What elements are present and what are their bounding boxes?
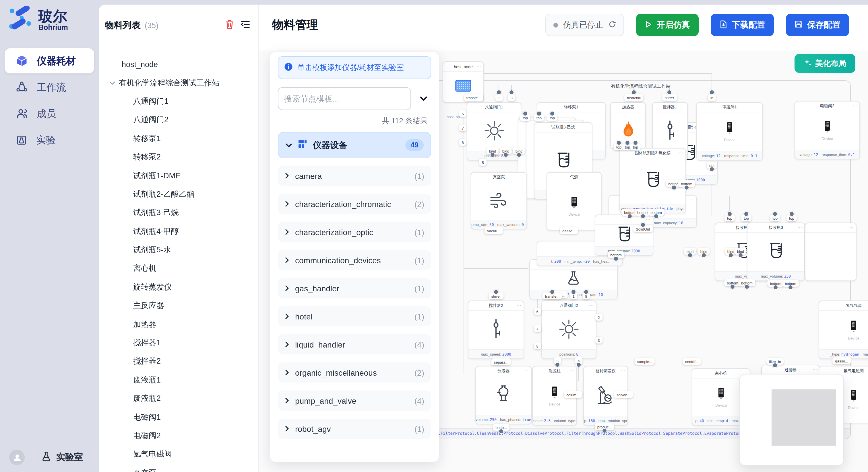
port-pill[interactable]: vacuu... — [485, 227, 503, 234]
tree-item[interactable]: 有机化学流程综合测试工作站 — [99, 74, 258, 92]
more-menu-icon[interactable]: ⋯ — [585, 123, 590, 132]
port-handle[interactable] — [773, 285, 778, 290]
canvas-node-八通阀门2[interactable]: 八通阀门2⋯positions: 8 — [541, 301, 596, 359]
more-menu-icon[interactable]: ⋯ — [755, 103, 760, 112]
tree-item[interactable]: host_node — [99, 55, 258, 74]
port-pill[interactable]: gasso... — [560, 227, 578, 234]
port-pill[interactable]: 7 — [534, 325, 541, 332]
canvas-node[interactable]: ⋯max_volume: 2000 — [595, 214, 653, 256]
category-communication_devices[interactable]: communication_devices(1) — [278, 250, 431, 270]
more-menu-icon[interactable]: ⋯ — [517, 301, 521, 310]
tree-item[interactable]: 加热器 — [99, 315, 258, 334]
port-handle[interactable] — [516, 152, 522, 158]
port-handle[interactable] — [523, 111, 528, 116]
port-handle[interactable] — [503, 152, 508, 158]
more-menu-icon[interactable]: ⋯ — [520, 173, 524, 182]
more-menu-icon[interactable]: ⋯ — [852, 102, 857, 111]
port-pill[interactable]: sample... — [634, 358, 655, 365]
port-pill[interactable]: in — [708, 94, 716, 101]
port-handle[interactable] — [701, 252, 706, 258]
tree-item[interactable]: 废液瓶1 — [99, 371, 258, 390]
refresh-icon[interactable] — [609, 20, 616, 30]
canvas-node-分液器[interactable]: 分液器⋯volume: 250has_phases: true — [475, 366, 532, 425]
port-handle[interactable] — [616, 140, 621, 145]
port-handle[interactable] — [687, 252, 693, 258]
port-handle[interactable] — [625, 140, 630, 145]
port-handle[interactable] — [602, 428, 607, 433]
tree-item[interactable]: 氢气电磁阀 — [99, 445, 258, 464]
category-robot_agv[interactable]: robot_agv(1) — [278, 419, 431, 439]
port-pill[interactable]: separa... — [491, 359, 511, 365]
port-handle[interactable] — [744, 211, 749, 216]
more-menu-icon[interactable]: ⋯ — [797, 223, 802, 232]
more-menu-icon[interactable]: ⋯ — [679, 148, 683, 158]
port-handle[interactable] — [789, 211, 794, 216]
port-handle[interactable] — [550, 289, 555, 295]
port-pill[interactable]: stirrer — [662, 94, 677, 101]
port-handle[interactable] — [550, 111, 555, 116]
category-liquid_handler[interactable]: liquid_handler(4) — [278, 334, 431, 355]
port-pill[interactable]: transfe... — [464, 94, 484, 101]
port-handle[interactable] — [584, 289, 589, 295]
more-menu-icon[interactable]: ⋯ — [849, 223, 854, 232]
tree-item[interactable]: 旋转蒸发仪 — [99, 278, 258, 297]
chevron-down-icon[interactable] — [420, 96, 428, 102]
port-handle[interactable] — [499, 429, 504, 434]
more-menu-icon[interactable]: ⋯ — [639, 103, 643, 112]
port-handle[interactable] — [671, 185, 677, 190]
canvas-node-氢气气源[interactable]: 氢气气源⋯Device_type: hydrogenmax_pre — [818, 301, 868, 359]
more-menu-icon[interactable]: ⋯ — [598, 103, 603, 112]
collapse-panel-icon[interactable] — [241, 20, 250, 31]
category-hotel[interactable]: hotel(1) — [278, 306, 431, 326]
group-instruments[interactable]: 仪器设备 49 — [278, 132, 431, 158]
tree-item[interactable]: 主反应器 — [99, 297, 258, 315]
port-pill[interactable]: 1 — [495, 94, 502, 101]
tree-item[interactable]: 搅拌器2 — [99, 352, 258, 371]
more-menu-icon[interactable]: ⋯ — [646, 215, 650, 224]
tree-item[interactable]: 试剂瓶3-己烷 — [99, 204, 258, 222]
port-handle[interactable] — [613, 256, 619, 261]
port-handle[interactable] — [633, 140, 638, 145]
port-pill[interactable]: heatchill — [624, 94, 643, 101]
tree-item[interactable]: 八通阀门1 — [99, 92, 258, 111]
port-handle[interactable] — [730, 284, 735, 289]
canvas-node-气源[interactable]: 气源⋯Device — [547, 172, 601, 231]
sidebar-item-cube[interactable]: 仪器耗材 — [5, 48, 94, 73]
start-simulation-button[interactable]: 开启仿真 — [636, 14, 699, 36]
tree-item[interactable]: 废液瓶2 — [99, 390, 258, 408]
canvas-node-搅拌器2[interactable]: 搅拌器2⋯max_speed: 2000 — [468, 301, 524, 359]
more-menu-icon[interactable]: ⋯ — [680, 103, 685, 112]
port-handle[interactable] — [728, 252, 733, 258]
more-menu-icon[interactable]: ⋯ — [589, 301, 594, 310]
tree-item[interactable]: 八通阀门2 — [99, 111, 258, 129]
port-pill[interactable]: 3 — [595, 337, 602, 343]
more-menu-icon[interactable]: ⋯ — [524, 367, 529, 376]
delete-icon[interactable] — [225, 20, 234, 32]
tree-item[interactable]: 试剂瓶4-甲醇 — [99, 222, 258, 241]
sidebar-item-members[interactable]: 成员 — [5, 101, 94, 126]
port-handle[interactable] — [571, 289, 576, 295]
tree-item[interactable]: 真空泵 — [99, 464, 258, 472]
chevron-down-icon[interactable] — [109, 80, 115, 85]
category-characterization_optic[interactable]: characterization_optic(1) — [278, 222, 431, 242]
more-menu-icon[interactable]: ⋯ — [594, 173, 599, 182]
tree-item[interactable]: 电磁阀1 — [99, 408, 258, 427]
category-gas_handler[interactable]: gas_handler(1) — [278, 278, 431, 298]
port-handle[interactable] — [555, 362, 560, 367]
port-handle[interactable] — [576, 362, 581, 367]
port-pill[interactable]: centrif... — [683, 358, 701, 365]
port-handle[interactable] — [496, 90, 501, 95]
save-config-button[interactable]: 保存配置 — [786, 14, 849, 36]
sidebar-item-experiment[interactable]: 实验 — [5, 127, 94, 153]
port-handle[interactable] — [709, 167, 714, 172]
port-handle[interactable] — [509, 90, 514, 95]
category-organic_miscellaneous[interactable]: organic_miscellaneous(2) — [278, 363, 431, 382]
port-handle[interactable] — [738, 252, 743, 258]
port-pill[interactable]: 7 — [459, 125, 466, 131]
port-pill[interactable]: 6 — [534, 308, 541, 315]
port-handle[interactable] — [640, 222, 646, 227]
sidebar-item-workflow[interactable]: 工作流 — [5, 74, 94, 100]
tree-item[interactable]: 离心机 — [99, 260, 258, 278]
beautify-layout-button[interactable]: 美化布局 — [795, 54, 856, 73]
canvas-node-电磁阀1[interactable]: 电磁阀1⋯Devicevoltage: 12response_time: 0.1 — [696, 102, 763, 161]
